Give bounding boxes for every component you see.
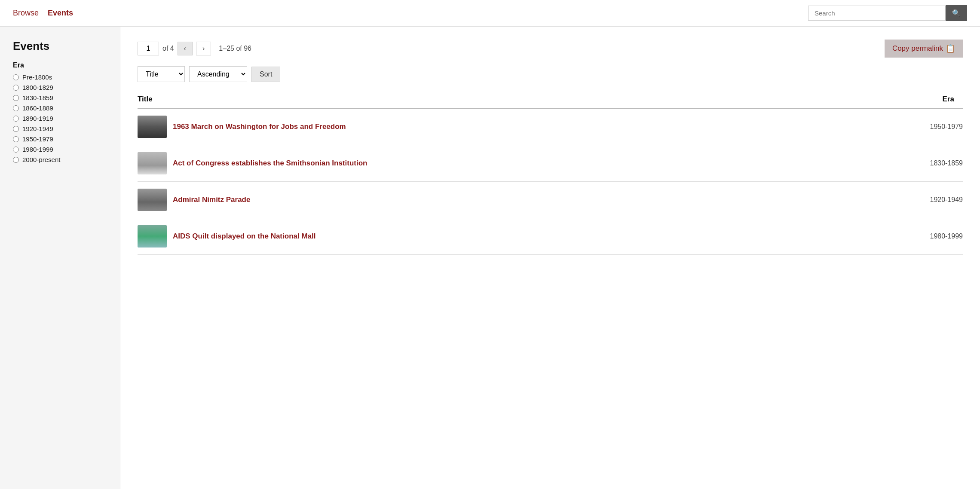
table-row: Admiral Nimitz Parade1920-1949 bbox=[138, 182, 963, 218]
title-cell-3: AIDS Quilt displayed on the National Mal… bbox=[138, 218, 860, 255]
filter-item-1860-1889[interactable]: 1860-1889 bbox=[13, 104, 111, 112]
era-radio-1980-1999[interactable] bbox=[13, 147, 19, 153]
results-count: 1–25 of 96 bbox=[219, 45, 251, 52]
row-thumbnail-3 bbox=[138, 225, 167, 248]
row-title-link-0[interactable]: 1963 March on Washington for Jobs and Fr… bbox=[173, 122, 346, 131]
clipboard-icon: 📋 bbox=[946, 44, 955, 53]
filter-item-1890-1919[interactable]: 1890-1919 bbox=[13, 115, 111, 122]
era-radio-1890-1919[interactable] bbox=[13, 116, 19, 122]
era-label-1890-1919: 1890-1919 bbox=[22, 115, 53, 122]
title-cell-0: 1963 March on Washington for Jobs and Fr… bbox=[138, 108, 860, 145]
main-layout: Events Era Pre-1800s1800-18291830-185918… bbox=[0, 27, 980, 489]
filter-item-1830-1859[interactable]: 1830-1859 bbox=[13, 94, 111, 101]
filter-item-pre-1800s[interactable]: Pre-1800s bbox=[13, 73, 111, 81]
results-tbody: 1963 March on Washington for Jobs and Fr… bbox=[138, 108, 963, 255]
col-era: Era bbox=[860, 95, 963, 108]
row-era-2: 1920-1949 bbox=[860, 182, 963, 218]
copy-permalink-button[interactable]: Copy permalink 📋 bbox=[885, 40, 963, 58]
sort-field-select[interactable]: Title Era Date bbox=[138, 66, 185, 82]
page-input[interactable] bbox=[138, 42, 159, 55]
filter-item-1950-1979[interactable]: 1950-1979 bbox=[13, 135, 111, 143]
era-label-1950-1979: 1950-1979 bbox=[22, 135, 53, 143]
breadcrumb: Browse Events bbox=[13, 9, 73, 18]
table-row: Act of Congress establishes the Smithson… bbox=[138, 145, 963, 182]
era-label-1860-1889: 1860-1889 bbox=[22, 104, 53, 112]
era-label-pre-1800s: Pre-1800s bbox=[22, 73, 52, 81]
row-era-0: 1950-1979 bbox=[860, 108, 963, 145]
era-radio-1950-1979[interactable] bbox=[13, 136, 19, 142]
search-input[interactable] bbox=[808, 6, 946, 21]
col-title: Title bbox=[138, 95, 860, 108]
results-table: Title Era 1963 March on Washington for J… bbox=[138, 95, 963, 255]
row-thumbnail-0 bbox=[138, 116, 167, 138]
table-row: 1963 March on Washington for Jobs and Fr… bbox=[138, 108, 963, 145]
row-thumbnail-1 bbox=[138, 152, 167, 174]
pagination-bar: of 4 ‹ › 1–25 of 96 Copy permalink 📋 bbox=[138, 40, 963, 58]
breadcrumb-current: Events bbox=[48, 9, 73, 18]
era-label-1800-1829: 1800-1829 bbox=[22, 84, 53, 91]
era-label-2000-present: 2000-present bbox=[22, 156, 60, 163]
copy-permalink-label: Copy permalink bbox=[892, 44, 943, 53]
content-area: of 4 ‹ › 1–25 of 96 Copy permalink 📋 Tit… bbox=[120, 27, 980, 489]
title-cell-1: Act of Congress establishes the Smithson… bbox=[138, 145, 860, 182]
filter-item-2000-present[interactable]: 2000-present bbox=[13, 156, 111, 163]
era-label-1830-1859: 1830-1859 bbox=[22, 94, 53, 101]
row-title-link-3[interactable]: AIDS Quilt displayed on the National Mal… bbox=[173, 232, 315, 241]
era-radio-1860-1889[interactable] bbox=[13, 105, 19, 111]
search-area: 🔍 bbox=[808, 5, 967, 21]
sidebar-title: Events bbox=[13, 40, 111, 53]
era-filter-label: Era bbox=[13, 61, 111, 69]
era-radio-pre-1800s[interactable] bbox=[13, 74, 19, 80]
era-label-1980-1999: 1980-1999 bbox=[22, 146, 53, 153]
row-thumbnail-2 bbox=[138, 189, 167, 211]
era-radio-1830-1859[interactable] bbox=[13, 95, 19, 101]
era-radio-1920-1949[interactable] bbox=[13, 126, 19, 132]
sort-bar: Title Era Date Ascending Descending Sort bbox=[138, 66, 963, 82]
search-button[interactable]: 🔍 bbox=[946, 5, 967, 21]
era-label-1920-1949: 1920-1949 bbox=[22, 125, 53, 132]
era-radio-2000-present[interactable] bbox=[13, 157, 19, 163]
filter-item-1800-1829[interactable]: 1800-1829 bbox=[13, 84, 111, 91]
page-of: of 4 bbox=[162, 45, 174, 52]
next-page-button[interactable]: › bbox=[196, 42, 211, 55]
table-row: AIDS Quilt displayed on the National Mal… bbox=[138, 218, 963, 255]
row-era-1: 1830-1859 bbox=[860, 145, 963, 182]
sort-button[interactable]: Sort bbox=[251, 67, 280, 82]
pagination-left: of 4 ‹ › 1–25 of 96 bbox=[138, 42, 251, 55]
era-radio-1800-1829[interactable] bbox=[13, 85, 19, 91]
era-filters: Pre-1800s1800-18291830-18591860-18891890… bbox=[13, 73, 111, 163]
filter-item-1980-1999[interactable]: 1980-1999 bbox=[13, 146, 111, 153]
sort-order-select[interactable]: Ascending Descending bbox=[189, 66, 247, 82]
row-title-link-1[interactable]: Act of Congress establishes the Smithson… bbox=[173, 159, 367, 168]
filter-item-1920-1949[interactable]: 1920-1949 bbox=[13, 125, 111, 132]
breadcrumb-browse[interactable]: Browse bbox=[13, 9, 39, 18]
row-title-link-2[interactable]: Admiral Nimitz Parade bbox=[173, 196, 250, 204]
prev-page-button[interactable]: ‹ bbox=[178, 42, 193, 55]
row-era-3: 1980-1999 bbox=[860, 218, 963, 255]
title-cell-2: Admiral Nimitz Parade bbox=[138, 182, 860, 218]
sidebar: Events Era Pre-1800s1800-18291830-185918… bbox=[0, 27, 120, 489]
top-bar: Browse Events 🔍 bbox=[0, 0, 980, 27]
breadcrumb-separator bbox=[42, 9, 44, 18]
